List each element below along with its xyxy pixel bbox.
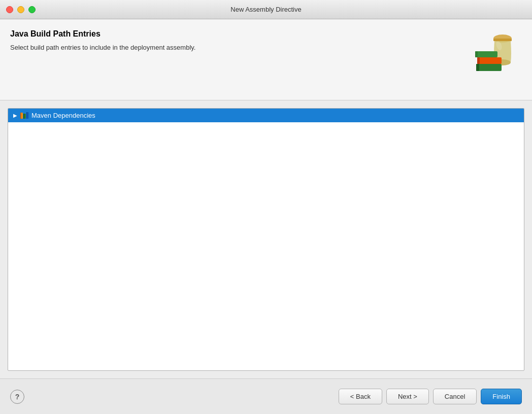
header-section: Java Build Path Entries Select build pat…: [0, 19, 532, 100]
svg-rect-15: [26, 112, 27, 119]
finish-button[interactable]: Finish: [481, 389, 522, 404]
svg-rect-4: [476, 64, 479, 71]
maximize-button[interactable]: [28, 6, 36, 13]
tree-list[interactable]: ▶ Maven Dependencies: [8, 108, 524, 371]
maven-dependencies-label: Maven Dependencies: [31, 112, 95, 119]
nav-buttons: < Back Next > Cancel Finish: [339, 389, 522, 404]
svg-rect-3: [476, 64, 502, 71]
close-button[interactable]: [6, 6, 13, 13]
title-bar: New Assembly Directive: [0, 0, 532, 19]
header-icon: [471, 29, 522, 85]
svg-rect-11: [20, 113, 21, 119]
expand-arrow-icon: ▶: [12, 113, 18, 119]
svg-rect-6: [477, 57, 480, 64]
tree-item-maven-dependencies[interactable]: ▶ Maven Dependencies: [8, 109, 524, 122]
bottom-bar: ? < Back Next > Cancel Finish: [0, 378, 532, 414]
svg-rect-7: [475, 51, 497, 57]
window-title: New Assembly Directive: [230, 6, 301, 13]
books-illustration: [471, 29, 517, 80]
page-subtitle: Select build path entries to include in …: [10, 44, 461, 51]
back-button[interactable]: < Back: [339, 389, 382, 404]
svg-rect-1: [493, 39, 512, 41]
svg-rect-13: [23, 114, 24, 119]
page-title: Java Build Path Entries: [10, 29, 461, 39]
header-text: Java Build Path Entries Select build pat…: [10, 29, 461, 51]
traffic-lights: [6, 6, 36, 13]
help-button[interactable]: ?: [10, 390, 24, 404]
svg-rect-8: [475, 51, 478, 57]
next-button[interactable]: Next >: [386, 389, 429, 404]
minimize-button[interactable]: [17, 6, 24, 13]
maven-dependencies-icon: [20, 112, 29, 119]
svg-rect-5: [477, 57, 502, 64]
cancel-button[interactable]: Cancel: [433, 389, 477, 404]
main-content: Java Build Path Entries Select build pat…: [0, 19, 532, 378]
